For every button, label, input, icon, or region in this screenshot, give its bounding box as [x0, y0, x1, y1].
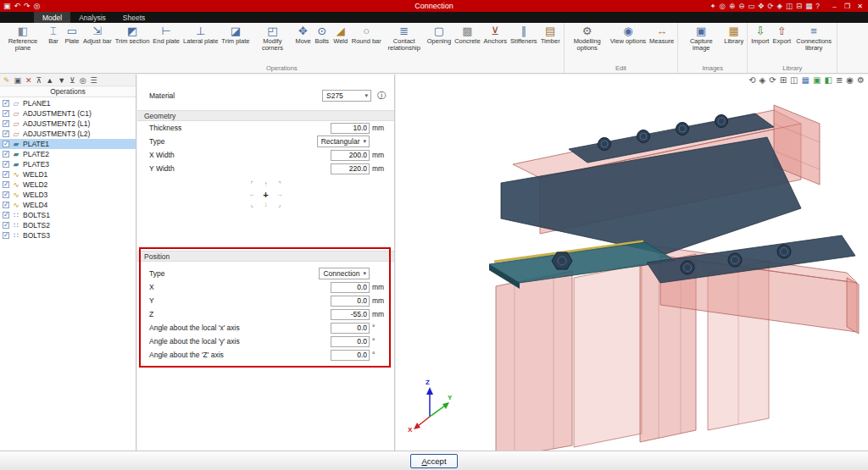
ribbon-button-concrete[interactable]: ▩Concrete [453, 23, 481, 45]
tree-item-adjustment1-c1[interactable]: ▱ADJUSTMENT1 (C1) [0, 108, 136, 119]
tab-model[interactable]: Model [34, 12, 70, 23]
maximize-button[interactable]: ❐ [841, 3, 854, 10]
type-select[interactable]: Connection▾ [319, 268, 370, 279]
transparency-icon[interactable]: ◧ [824, 75, 832, 85]
delete-icon[interactable]: ✕ [25, 76, 32, 85]
tab-sheets[interactable]: Sheets [114, 12, 153, 23]
checkbox-bolts2[interactable] [3, 222, 9, 229]
layers-icon[interactable]: ≣ [836, 75, 843, 85]
ribbon-button-modelling-options[interactable]: ⚙Modelling options [566, 23, 609, 52]
anchor-cell-4[interactable]: + [259, 191, 273, 201]
checkbox-bolts1[interactable] [3, 212, 9, 218]
minimize-button[interactable]: – [828, 3, 841, 10]
save-icon[interactable]: ▣ [3, 2, 11, 10]
layout-icon[interactable]: ▦ [805, 2, 812, 10]
edit-icon[interactable]: ✎ [3, 76, 10, 85]
thickness-input[interactable] [331, 123, 370, 134]
ribbon-button-reference-plane[interactable]: ◧Reference plane [2, 23, 44, 52]
y-width-input[interactable] [331, 163, 370, 174]
tree-item-bolts2[interactable]: ∷BOLTS2 [0, 220, 136, 230]
x-width-input[interactable] [331, 150, 370, 161]
angle-about-the-local-y-axis-input[interactable] [331, 336, 370, 347]
tree-item-bolts1[interactable]: ∷BOLTS1 [0, 210, 136, 220]
checkbox-weld3[interactable] [3, 191, 9, 198]
ribbon-button-anchors[interactable]: ⊻Anchors [482, 23, 509, 45]
ribbon-button-opening[interactable]: ▢Opening [426, 23, 453, 45]
pan-icon[interactable]: ✥ [758, 2, 764, 10]
zoom-window-icon[interactable]: ▭ [748, 2, 754, 10]
anchor-cell-8[interactable]: ⌟ [273, 201, 287, 211]
tree-item-bolts3[interactable]: ∷BOLTS3 [0, 230, 136, 241]
move-up-icon[interactable]: ▲ [46, 76, 53, 85]
ribbon-button-plate[interactable]: ▭Plate [63, 23, 81, 45]
ribbon-button-timber[interactable]: ▤Timber [539, 23, 562, 45]
viewport-3d[interactable]: ⟲◈⟳⊞◫▦▣◧≣◉⚙ [396, 75, 868, 451]
material-select[interactable]: S275 ▾ [322, 90, 371, 102]
list-icon[interactable]: ☰ [91, 76, 97, 85]
ribbon-button-library[interactable]: ▦Library [722, 23, 745, 45]
close-button[interactable]: ✕ [854, 3, 866, 10]
split-vertical-icon[interactable]: ⊟ [796, 2, 802, 10]
x-input[interactable] [331, 282, 370, 293]
ribbon-button-end-plate[interactable]: ⊢End plate [151, 23, 181, 45]
ribbon-button-capture-image[interactable]: ▣Capture image [680, 23, 722, 52]
anchor-cell-7[interactable]: ↓ [259, 201, 273, 211]
view-orientation-icon[interactable]: ⟲ [748, 75, 755, 85]
ribbon-button-bolts[interactable]: ⊙Bolts [313, 23, 331, 45]
anchor-cell-5[interactable]: → [273, 191, 287, 201]
ribbon-button-move[interactable]: ✥Move [293, 23, 312, 45]
ribbon-button-contact-relationship[interactable]: ≣Contact relationship [383, 23, 426, 52]
tree-item-plane1[interactable]: ▱PLANE1 [0, 98, 136, 108]
undo-icon[interactable]: ↶ [14, 2, 21, 10]
anchor-cell-0[interactable]: ⌜ [246, 180, 259, 191]
ribbon-button-view-options[interactable]: ◉View options [609, 23, 648, 45]
expand-all-icon[interactable]: ⊼ [36, 76, 42, 85]
accept-button[interactable]: Accept [410, 454, 458, 468]
ribbon-button-connections-library[interactable]: ≡Connections library [793, 23, 835, 52]
assistant-icon[interactable]: ✦ [709, 2, 715, 10]
zoom-out-icon[interactable]: ⊖ [738, 2, 744, 10]
z-input[interactable] [331, 309, 370, 320]
anchor-cell-2[interactable]: ⌝ [273, 180, 287, 191]
tree-item-weld2[interactable]: ∿WELD2 [0, 180, 136, 190]
checkbox-plate3[interactable] [3, 161, 9, 168]
anchor-cell-3[interactable]: ← [246, 191, 259, 201]
checkbox-adjustment2-l1[interactable] [3, 120, 9, 127]
anchor-cell-6[interactable]: ⌞ [246, 201, 259, 211]
collapse-all-icon[interactable]: ⊻ [70, 76, 75, 85]
type-select[interactable]: Rectangular▾ [317, 135, 370, 147]
ribbon-button-stiffeners[interactable]: ∥Stiffeners [509, 23, 539, 45]
checkbox-bolts3[interactable] [3, 232, 9, 239]
ribbon-button-trim-plate[interactable]: ◪Trim plate [220, 23, 251, 45]
orbit-icon[interactable]: ⟳ [767, 2, 773, 10]
search-icon[interactable]: ◎ [80, 76, 86, 85]
tree-item-plate2[interactable]: ▰PLATE2 [0, 149, 136, 159]
ribbon-button-measure[interactable]: ↔Measure [648, 23, 676, 45]
ribbon-button-export[interactable]: ⇧Export [771, 23, 793, 45]
split-horizontal-icon[interactable]: ◫ [786, 2, 793, 10]
checkbox-weld2[interactable] [3, 181, 9, 188]
shaded-view-icon[interactable]: ▣ [813, 75, 821, 85]
ribbon-button-lateral-plate[interactable]: ⊥Lateral plate [181, 23, 220, 45]
ribbon-button-weld[interactable]: ◢Weld [331, 23, 350, 45]
copy-icon[interactable]: ▣ [14, 76, 22, 85]
zoom-in-icon[interactable]: ⊕ [729, 2, 735, 10]
tab-analysis[interactable]: Analysis [70, 12, 114, 23]
view-cube-icon[interactable]: ◈ [777, 2, 783, 10]
tree-item-weld3[interactable]: ∿WELD3 [0, 190, 136, 200]
checkbox-adjustment1-c1[interactable] [3, 110, 9, 117]
isometric-view-icon[interactable]: ◈ [760, 75, 766, 85]
ribbon-button-import[interactable]: ⇩Import [749, 23, 771, 45]
visibility-icon[interactable]: ◉ [846, 75, 854, 85]
tree-item-adjustment3-l2[interactable]: ▱ADJUSTMENT3 (L2) [0, 129, 136, 139]
tree-item-weld4[interactable]: ∿WELD4 [0, 200, 136, 210]
ribbon-button-trim-section[interactable]: ◩Trim section [114, 23, 152, 45]
ribbon-button-adjust-bar[interactable]: ⇲Adjust bar [81, 23, 114, 45]
tree-item-plate1[interactable]: ▰PLATE1 [0, 139, 136, 149]
ribbon-button-round-bar[interactable]: ○Round bar [350, 23, 383, 45]
help-icon[interactable]: ? [815, 2, 820, 10]
search-icon[interactable]: ◎ [720, 2, 726, 10]
checkbox-weld1[interactable] [3, 171, 9, 178]
checkbox-plate1[interactable] [3, 141, 9, 147]
checkbox-plate2[interactable] [3, 151, 9, 158]
